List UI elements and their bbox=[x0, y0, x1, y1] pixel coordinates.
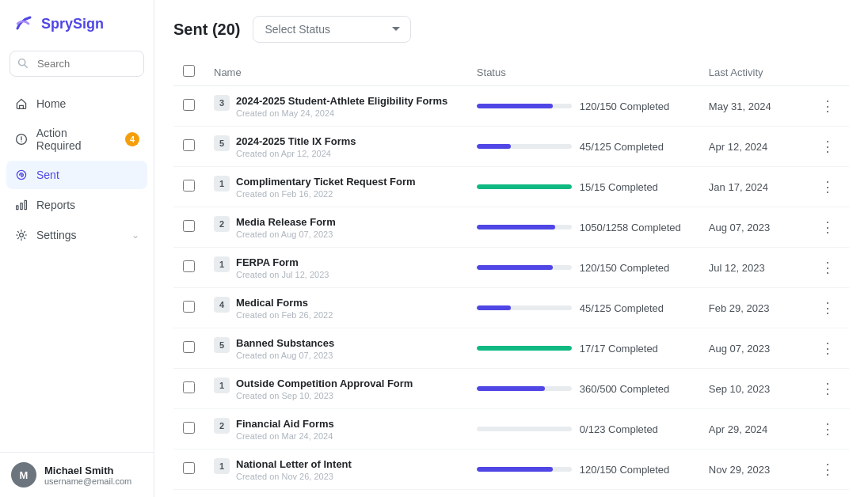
row-checkbox-cell[interactable] bbox=[173, 409, 204, 450]
more-options-button[interactable]: ⋮ bbox=[816, 457, 839, 481]
more-options-button[interactable]: ⋮ bbox=[816, 377, 839, 400]
select-all-col[interactable] bbox=[173, 59, 204, 86]
completed-text: 120/150 Completed bbox=[580, 464, 669, 476]
row-action-cell[interactable]: ⋮ bbox=[806, 248, 849, 288]
user-email: username@email.com bbox=[44, 476, 131, 486]
row-checkbox[interactable] bbox=[183, 341, 195, 353]
progress-bar-wrap bbox=[477, 305, 572, 310]
row-activity-cell: Apr 12, 2024 bbox=[699, 127, 806, 167]
page-header: Sent (20) Select Status Completed In Pro… bbox=[173, 16, 849, 43]
svg-rect-6 bbox=[17, 206, 18, 210]
sidebar-item-reports[interactable]: Reports bbox=[6, 191, 147, 219]
row-badge: 5 bbox=[214, 135, 230, 151]
row-activity-cell: Nov 29, 2023 bbox=[699, 450, 806, 490]
progress-bar-fill bbox=[477, 265, 553, 270]
table-row: 1 National Letter of Intent Created on N… bbox=[173, 450, 849, 490]
row-checkbox[interactable] bbox=[183, 301, 195, 313]
sent-table: Name Status Last Activity 3 2024-2025 St… bbox=[173, 59, 849, 497]
row-action-cell[interactable]: ⋮ bbox=[806, 450, 849, 490]
row-checkbox[interactable] bbox=[183, 220, 195, 232]
form-title: 2024-2025 Title IX Forms bbox=[236, 135, 356, 147]
row-checkbox[interactable] bbox=[183, 381, 195, 393]
more-options-button[interactable]: ⋮ bbox=[816, 135, 839, 158]
completed-text: 120/150 Completed bbox=[580, 262, 669, 274]
table-row: 1 FERPA Form Created on Jul 12, 2023 120… bbox=[173, 248, 849, 288]
row-action-cell[interactable]: ⋮ bbox=[806, 127, 849, 167]
row-status-cell: 360/500 Completed bbox=[467, 369, 699, 409]
row-action-cell[interactable]: ⋮ bbox=[806, 288, 849, 328]
row-checkbox-cell[interactable] bbox=[173, 288, 204, 328]
row-status-cell: 45/125 Completed bbox=[467, 127, 699, 167]
search-box[interactable] bbox=[10, 51, 144, 77]
row-checkbox[interactable] bbox=[183, 260, 195, 272]
more-options-button[interactable]: ⋮ bbox=[816, 417, 839, 441]
progress-bar-fill bbox=[477, 144, 511, 149]
row-name-cell: 4 Medical Forms Created on Feb 26, 2022 bbox=[204, 288, 467, 328]
row-checkbox[interactable] bbox=[183, 99, 195, 111]
more-options-button[interactable]: ⋮ bbox=[816, 256, 839, 279]
activity-text: Aug 07, 2023 bbox=[709, 343, 770, 355]
more-options-button[interactable]: ⋮ bbox=[816, 175, 839, 199]
row-badge: 5 bbox=[214, 337, 230, 353]
row-checkbox[interactable] bbox=[183, 180, 195, 192]
page-title: Sent (20) bbox=[173, 21, 240, 39]
row-action-cell[interactable]: ⋮ bbox=[806, 490, 849, 498]
sidebar-item-action-required[interactable]: Action Required 4 bbox=[6, 120, 147, 159]
progress-bar-fill bbox=[477, 467, 553, 472]
row-status-cell: 0/123 Completed bbox=[467, 409, 699, 450]
row-checkbox-cell[interactable] bbox=[173, 490, 204, 498]
form-created: Created on Mar 24, 2024 bbox=[236, 431, 334, 441]
activity-text: Apr 29, 2024 bbox=[709, 423, 767, 435]
row-checkbox-cell[interactable] bbox=[173, 127, 204, 167]
row-checkbox-cell[interactable] bbox=[173, 450, 204, 490]
row-checkbox[interactable] bbox=[183, 422, 195, 434]
form-title: Medical Forms bbox=[236, 297, 333, 309]
form-title: Banned Substances bbox=[236, 337, 334, 349]
more-options-button[interactable]: ⋮ bbox=[816, 215, 839, 239]
row-action-cell[interactable]: ⋮ bbox=[806, 86, 849, 127]
search-input[interactable] bbox=[10, 51, 144, 77]
more-options-button[interactable]: ⋮ bbox=[816, 94, 839, 118]
row-name-cell: 1 Complimentary Ticket Request Form Crea… bbox=[204, 167, 467, 207]
row-name-cell: 1 National Letter of Intent Created on N… bbox=[204, 450, 467, 490]
row-activity-cell: Aug 07, 2023 bbox=[699, 207, 806, 248]
sidebar-item-home-label: Home bbox=[36, 97, 66, 110]
row-action-cell[interactable]: ⋮ bbox=[806, 409, 849, 450]
app-name: SprySign bbox=[41, 16, 104, 32]
row-badge: 1 bbox=[214, 256, 230, 272]
row-action-cell[interactable]: ⋮ bbox=[806, 328, 849, 369]
row-action-cell[interactable]: ⋮ bbox=[806, 207, 849, 248]
row-checkbox-cell[interactable] bbox=[173, 167, 204, 207]
row-checkbox[interactable] bbox=[183, 139, 195, 151]
progress-bar-wrap bbox=[477, 265, 572, 270]
user-profile[interactable]: M Michael Smith username@email.com bbox=[0, 452, 154, 497]
row-activity-cell: Nov 29, 2023 bbox=[699, 490, 806, 498]
row-badge: 4 bbox=[214, 297, 230, 313]
sidebar: SprySign Home Action Required 4 bbox=[0, 0, 154, 497]
table-row: 3 2024-2025 Student-Athlete Eligibility … bbox=[173, 86, 849, 127]
row-action-cell[interactable]: ⋮ bbox=[806, 167, 849, 207]
sidebar-item-home[interactable]: Home bbox=[6, 89, 147, 118]
more-options-button[interactable]: ⋮ bbox=[816, 296, 839, 320]
form-created: Created on May 24, 2024 bbox=[236, 108, 447, 118]
row-name-cell: 3 2024-2025 Student-Athlete Eligibility … bbox=[204, 86, 467, 127]
row-checkbox-cell[interactable] bbox=[173, 328, 204, 369]
row-checkbox[interactable] bbox=[183, 462, 195, 474]
row-activity-cell: May 31, 2024 bbox=[699, 86, 806, 127]
more-options-button[interactable]: ⋮ bbox=[816, 336, 839, 360]
sidebar-item-settings[interactable]: Settings ⌄ bbox=[6, 221, 147, 249]
row-action-cell[interactable]: ⋮ bbox=[806, 369, 849, 409]
row-checkbox-cell[interactable] bbox=[173, 86, 204, 127]
row-status-cell: 17/17 Completed bbox=[467, 328, 699, 369]
row-checkbox-cell[interactable] bbox=[173, 248, 204, 288]
row-checkbox-cell[interactable] bbox=[173, 369, 204, 409]
status-select[interactable]: Select Status Completed In Progress Pend… bbox=[253, 16, 411, 43]
form-created: Created on Apr 12, 2024 bbox=[236, 149, 356, 158]
progress-bar-fill bbox=[477, 184, 572, 189]
sidebar-item-sent[interactable]: Sent bbox=[6, 161, 147, 189]
form-created: Created on Aug 07, 2023 bbox=[236, 351, 334, 360]
select-all-checkbox[interactable] bbox=[183, 65, 195, 77]
row-name-cell: 2 Financial Aid Forms Created on Mar 24,… bbox=[204, 409, 467, 450]
search-icon bbox=[17, 58, 28, 70]
row-checkbox-cell[interactable] bbox=[173, 207, 204, 248]
